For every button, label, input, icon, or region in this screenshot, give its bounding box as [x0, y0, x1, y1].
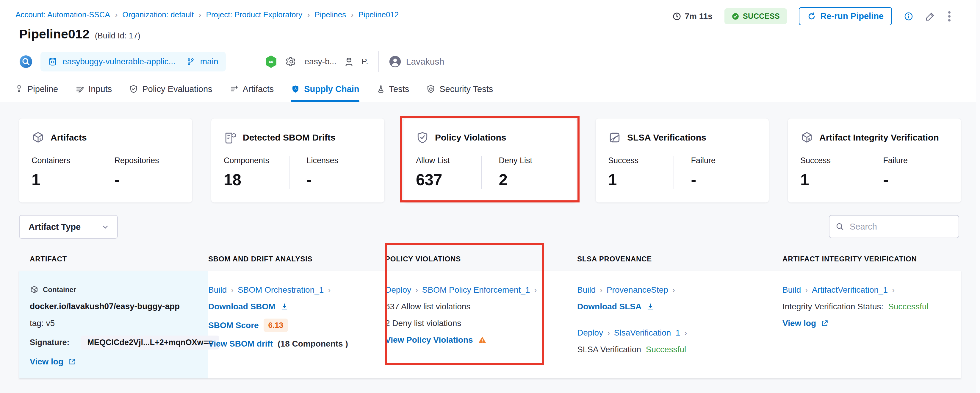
- tab-inputs[interactable]: Inputs: [75, 76, 112, 102]
- artifact-type-select[interactable]: Artifact Type: [19, 215, 118, 239]
- chevron-icon: ›: [684, 328, 687, 338]
- stat-components: Components 18: [224, 156, 289, 189]
- breadcrumb-project[interactable]: Project: Product Exploratory: [206, 10, 302, 19]
- stage-link[interactable]: Deploy: [577, 328, 603, 338]
- card-artifact-integrity: Artifact Integrity Verification Success …: [788, 118, 961, 203]
- stat-slsa-success: Success 1: [608, 156, 674, 189]
- card-title: Policy Violations: [435, 133, 506, 142]
- stat-deny-list: Deny List 2: [481, 156, 565, 189]
- stage-link[interactable]: Build: [783, 285, 801, 295]
- service-env-group: ∞ easy-b... P.: [264, 54, 368, 69]
- stat-licenses: Licenses -: [289, 156, 372, 189]
- execution-duration: 7m 11s: [672, 11, 713, 21]
- info-icon[interactable]: [904, 11, 913, 21]
- tab-label: Artifacts: [243, 84, 274, 94]
- integrity-view-log-link[interactable]: View log: [783, 319, 816, 328]
- chip-divider: [181, 56, 181, 67]
- breadcrumb-account[interactable]: Account: Automation-SSCA: [16, 10, 110, 19]
- search-input[interactable]: [850, 222, 962, 232]
- chevron-icon: ›: [328, 286, 331, 295]
- stat-value: 1: [800, 171, 866, 189]
- chevron-icon: ›: [805, 286, 808, 295]
- tab-policy-evaluations[interactable]: Policy Evaluations: [129, 76, 212, 102]
- environment-icon: [344, 57, 354, 66]
- breadcrumb-pipeline012[interactable]: Pipeline012: [358, 10, 399, 19]
- column-header-sbom: SBOM AND DRIFT ANALYSIS: [208, 255, 385, 263]
- breadcrumb-organization[interactable]: Organization: default: [122, 10, 194, 19]
- container-cube-icon: [30, 285, 39, 294]
- download-slsa-link[interactable]: Download SLSA: [577, 302, 641, 312]
- chevron-icon: ›: [892, 286, 895, 295]
- view-sbom-drift-link[interactable]: View SBOM drift: [208, 339, 273, 349]
- supply-chain-content: Artifacts Containers 1 Repositories -: [0, 102, 980, 393]
- cube-icon: [32, 131, 45, 144]
- tab-tests[interactable]: Tests: [377, 76, 409, 102]
- step-link[interactable]: ArtifactVerification_1: [812, 285, 888, 295]
- codebase-icon: [19, 55, 33, 69]
- service-name[interactable]: easy-b...: [304, 57, 336, 66]
- more-options-icon[interactable]: [947, 10, 951, 22]
- artifact-view-log-link[interactable]: View log: [30, 357, 64, 366]
- step-link[interactable]: SlsaVerification_1: [614, 328, 680, 338]
- triggered-by: Lavakush: [389, 55, 444, 68]
- breadcrumb-pipelines[interactable]: Pipelines: [315, 10, 346, 19]
- stat-value: -: [307, 171, 372, 189]
- integrity-status-label: Integrity Verification Status:: [783, 302, 883, 312]
- download-icon: [646, 302, 654, 311]
- git-branch-icon: [186, 58, 195, 66]
- stat-value: 1: [32, 171, 97, 189]
- gear-icon: [286, 56, 297, 67]
- chevron-icon: ›: [534, 286, 537, 295]
- column-header-integrity: ARTIFACT INTEGRITY VERIFICATION: [783, 255, 961, 263]
- stage-link[interactable]: Build: [208, 285, 227, 295]
- status-text: SUCCESS: [743, 12, 780, 21]
- repository-icon: [48, 57, 57, 66]
- stat-value: -: [883, 171, 949, 189]
- signature-value[interactable]: MEQCICde2Vjl...L+2+mqnOXw==: [81, 335, 220, 350]
- sbom-score-link[interactable]: SBOM Score: [208, 321, 259, 330]
- stat-value: -: [115, 171, 180, 189]
- stat-value: 637: [416, 171, 481, 189]
- download-sbom-link[interactable]: Download SBOM: [208, 302, 275, 312]
- allow-list-violations: 637 Allow list violations: [385, 302, 470, 312]
- svg-text:∞: ∞: [269, 58, 274, 65]
- breadcrumb-separator-icon: ›: [115, 11, 118, 19]
- repo-chip[interactable]: easybuggy-vulnerable-applic... main: [40, 52, 226, 72]
- tab-label: Pipeline: [27, 84, 58, 94]
- step-link[interactable]: ProvenanceStep: [607, 285, 668, 295]
- search-box: [829, 215, 959, 238]
- rerun-pipeline-button[interactable]: Re-run Pipeline: [799, 7, 892, 25]
- stat-value: 1: [608, 171, 674, 189]
- scrollbar-track[interactable]: [976, 0, 980, 393]
- stat-label: Failure: [691, 156, 757, 165]
- cube-icon: [800, 131, 813, 144]
- tab-label: Tests: [389, 84, 409, 94]
- view-policy-violations-link[interactable]: View Policy Violations: [385, 335, 473, 345]
- stage-link[interactable]: Deploy: [385, 285, 411, 295]
- stat-repositories: Repositories -: [97, 156, 180, 189]
- external-link-icon: [68, 358, 76, 366]
- tab-pipeline[interactable]: Pipeline: [15, 76, 58, 102]
- tab-artifacts[interactable]: Artifacts: [230, 76, 274, 102]
- tab-security-tests[interactable]: Security Tests: [426, 76, 493, 102]
- step-link[interactable]: SBOM Orchestration_1: [238, 285, 324, 295]
- artifact-integrity-cell: Build › ArtifactVerification_1 › Integri…: [783, 271, 961, 379]
- filter-row: Artifact Type: [19, 215, 961, 239]
- card-artifacts: Artifacts Containers 1 Repositories -: [19, 118, 192, 203]
- column-header-policy-violations: POLICY VIOLATIONS: [385, 255, 577, 263]
- breadcrumb-separator-icon: ›: [351, 11, 353, 19]
- environment-name[interactable]: P.: [361, 57, 368, 66]
- stage-link[interactable]: Build: [577, 285, 596, 295]
- deny-list-violations: 2 Deny list violations: [385, 319, 461, 328]
- tab-supply-chain[interactable]: Supply Chain: [291, 76, 359, 102]
- card-title: Artifacts: [51, 133, 87, 142]
- sbom-drift-note: (18 Components ): [278, 339, 348, 349]
- status-badge: SUCCESS: [724, 8, 787, 24]
- tab-label: Inputs: [88, 84, 112, 94]
- summary-cards: Artifacts Containers 1 Repositories -: [19, 118, 961, 203]
- slsa-status-value: Successful: [646, 345, 686, 354]
- edit-pipeline-icon[interactable]: [925, 11, 935, 21]
- stat-integrity-success: Success 1: [800, 156, 866, 189]
- step-link[interactable]: SBOM Policy Enforcement_1: [422, 285, 530, 295]
- tab-label: Policy Evaluations: [142, 84, 212, 94]
